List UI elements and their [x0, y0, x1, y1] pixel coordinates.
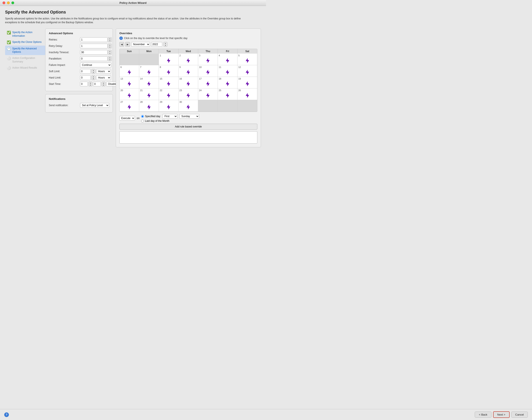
sidebar: ✅ Specify the Action Information ✅ Speci…: [5, 29, 45, 147]
cal-cell-20[interactable]: 20: [120, 89, 139, 100]
cal-cell-4[interactable]: 4: [218, 54, 238, 65]
specified-day-radio[interactable]: [141, 115, 144, 118]
inactivity-input[interactable]: [80, 50, 108, 55]
check-green-icon-2: ✅: [7, 41, 11, 44]
hard-limit-up[interactable]: ▲: [92, 75, 95, 78]
cal-cell-13[interactable]: 13: [120, 77, 139, 89]
hard-limit-unit-select[interactable]: Hours Minutes: [96, 75, 111, 80]
retries-input[interactable]: [80, 37, 108, 42]
start-time-m-up[interactable]: ▲: [102, 82, 105, 84]
cal-cell-19[interactable]: 19: [238, 77, 257, 89]
cal-cell-28[interactable]: 28: [139, 100, 159, 112]
header-sat: Sat: [238, 49, 257, 54]
first-select[interactable]: FirstSecondThirdFourthLast: [162, 114, 177, 119]
inactivity-up[interactable]: ▲: [108, 50, 112, 52]
sidebar-item-clone-options[interactable]: ✅ Specify the Clone Options: [5, 39, 45, 45]
svg-marker-6: [147, 70, 151, 75]
cal-cell-1[interactable]: 1: [159, 54, 178, 65]
year-up[interactable]: ▲: [164, 42, 167, 44]
month-select[interactable]: JanuaryFebruaryMarch AprilMayJune JulyAu…: [131, 42, 150, 47]
parallelism-input[interactable]: [80, 56, 108, 61]
inactivity-down[interactable]: ▼: [108, 52, 112, 54]
cal-cell-10[interactable]: 10: [198, 65, 218, 77]
maximize-button[interactable]: [11, 1, 14, 4]
cal-cell-9[interactable]: 9: [178, 65, 198, 77]
cal-cell-7[interactable]: 7: [139, 65, 159, 77]
soft-limit-down[interactable]: ▼: [92, 71, 95, 74]
failure-impact-select[interactable]: Continue Abort Restart: [80, 63, 111, 67]
retry-delay-input[interactable]: [80, 44, 108, 48]
svg-marker-13: [147, 81, 151, 86]
cal-cell-11[interactable]: 11: [218, 65, 238, 77]
minimize-button[interactable]: [7, 1, 10, 4]
start-time-h-down[interactable]: ▼: [89, 84, 92, 86]
cal-cell-27[interactable]: 27: [120, 100, 139, 112]
soft-limit-unit-select[interactable]: Hours Minutes: [96, 69, 111, 74]
cal-cell-14[interactable]: 14: [139, 77, 159, 89]
cal-cell-22[interactable]: 22: [159, 89, 178, 100]
cal-cell-21[interactable]: 21: [139, 89, 159, 100]
hard-limit-down[interactable]: ▼: [92, 78, 95, 80]
soft-limit-up[interactable]: ▲: [92, 69, 95, 71]
day-select[interactable]: SundayMondayTuesday WednesdayThursdayFri…: [179, 114, 199, 119]
advanced-options-panel: Advanced Options Retries: ▲ ▼ Retry De: [45, 29, 113, 91]
sidebar-item-advanced-options[interactable]: 🕐 Specify the Advanced Options: [5, 45, 45, 55]
calendar-navigation: ◀ ▶ JanuaryFebruaryMarch AprilMayJune Ju…: [119, 42, 257, 47]
parallelism-up[interactable]: ▲: [108, 57, 112, 59]
parallelism-down[interactable]: ▼: [108, 59, 112, 61]
year-down[interactable]: ▼: [164, 44, 167, 46]
close-button[interactable]: [2, 1, 5, 4]
overrides-title: Overrides: [119, 32, 257, 35]
cal-cell-30[interactable]: 30: [178, 100, 198, 112]
svg-marker-18: [245, 81, 249, 86]
start-time-h-input[interactable]: [80, 82, 88, 86]
send-notification-row: Send notification: Set at Policy Level N…: [49, 103, 109, 108]
cal-cell-2[interactable]: 2: [178, 54, 198, 65]
cal-cell-16[interactable]: 16: [178, 77, 198, 89]
cal-prev-button[interactable]: ◀: [119, 42, 124, 47]
cal-cell-6[interactable]: 6: [120, 65, 139, 77]
cal-cell-24[interactable]: 24: [198, 89, 218, 100]
retries-down[interactable]: ▼: [108, 40, 112, 42]
inactivity-label: Inactivity Timeout:: [49, 51, 80, 54]
cal-cell-17[interactable]: 17: [198, 77, 218, 89]
cal-cell-23[interactable]: 23: [178, 89, 198, 100]
retry-delay-up[interactable]: ▲: [108, 44, 112, 46]
calendar-grid: Sun Mon Tue Wed Thu Fri Sat 1: [119, 49, 257, 112]
soft-limit-input[interactable]: [80, 69, 91, 74]
retries-up[interactable]: ▲: [108, 38, 112, 40]
sidebar-item-action-information[interactable]: ✅ Specify the Action Information: [5, 29, 45, 39]
cal-cell-5[interactable]: 5: [238, 54, 257, 65]
cal-cell-29[interactable]: 29: [159, 100, 178, 112]
execute-select[interactable]: Execute Skip: [119, 116, 135, 120]
cal-cell-26[interactable]: 26: [238, 89, 257, 100]
start-time-h-up[interactable]: ▲: [89, 82, 92, 84]
retries-control: ▲ ▼: [80, 37, 112, 42]
cal-cell-8[interactable]: 8: [159, 65, 178, 77]
cal-cell-25[interactable]: 25: [218, 89, 238, 100]
step2-icon: ✅: [7, 41, 11, 44]
window-title: Policy Action Wizard: [120, 1, 147, 4]
cal-next-button[interactable]: ▶: [125, 42, 130, 47]
retry-delay-down[interactable]: ▼: [108, 46, 112, 48]
cal-cell-empty-5: [238, 100, 257, 112]
add-rule-button[interactable]: Add rule based override: [119, 124, 257, 130]
main-content: Specify the Advanced Options Specify adv…: [0, 6, 266, 164]
hard-limit-input[interactable]: [80, 75, 91, 80]
rule-textarea[interactable]: [119, 131, 257, 144]
cal-cell-15[interactable]: 15: [159, 77, 178, 89]
start-time-m-down[interactable]: ▼: [102, 84, 105, 86]
cal-cell-18[interactable]: 18: [218, 77, 238, 89]
cal-cell-3[interactable]: 3: [198, 54, 218, 65]
svg-marker-16: [206, 81, 210, 86]
cal-cell-12[interactable]: 12: [238, 65, 257, 77]
retries-spinner: ▲ ▼: [108, 37, 112, 42]
last-day-radio[interactable]: [141, 120, 144, 122]
start-time-m-input[interactable]: [93, 82, 101, 86]
step5-icon: ⚪: [7, 66, 11, 70]
soft-limit-row: Soft Limit: ▲ ▼ Hours Minutes: [49, 69, 109, 74]
year-input[interactable]: [151, 42, 162, 47]
send-notification-select[interactable]: Set at Policy Level Never Always On Succ…: [80, 103, 109, 108]
inactivity-row: Inactivity Timeout: ▲ ▼: [49, 50, 109, 55]
check-green-icon: ✅: [7, 31, 11, 34]
